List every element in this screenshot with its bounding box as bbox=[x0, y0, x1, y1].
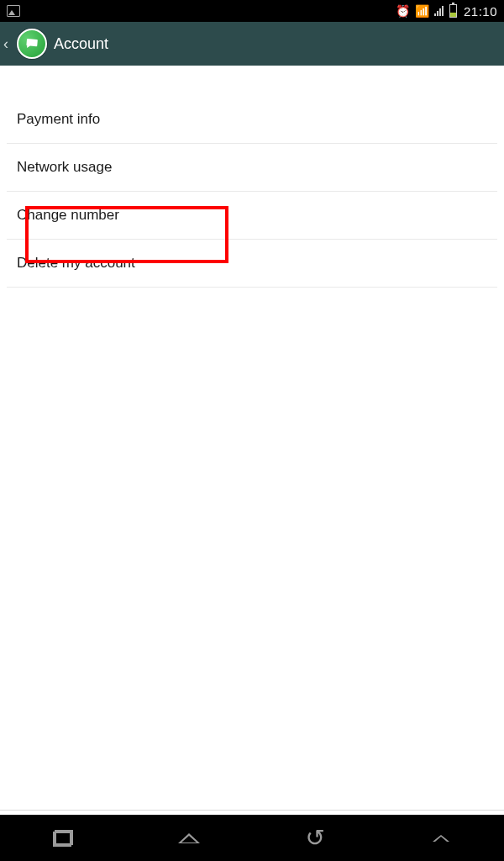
menu-caret-icon bbox=[433, 835, 449, 842]
menu-item-label: Change number bbox=[17, 207, 119, 223]
status-left bbox=[7, 5, 20, 17]
settings-list: Payment info Network usage Change number… bbox=[0, 96, 504, 288]
menu-item-label: Payment info bbox=[17, 111, 100, 127]
menu-item-label: Delete my account bbox=[17, 255, 135, 271]
page-title: Account bbox=[54, 35, 108, 53]
cell-signal-icon bbox=[434, 6, 444, 16]
menu-item-payment-info[interactable]: Payment info bbox=[7, 96, 497, 144]
menu-item-change-number[interactable]: Change number bbox=[7, 192, 497, 240]
menu-item-network-usage[interactable]: Network usage bbox=[7, 144, 497, 192]
back-arrow-icon: ↻ bbox=[306, 827, 325, 850]
status-right: ⏰ 📶 21:10 bbox=[396, 4, 497, 18]
back-button[interactable]: ↻ bbox=[290, 821, 340, 855]
home-icon bbox=[178, 833, 200, 843]
menu-button[interactable] bbox=[416, 821, 466, 855]
battery-icon bbox=[449, 4, 457, 18]
recent-apps-button[interactable] bbox=[38, 821, 88, 855]
clock: 21:10 bbox=[464, 4, 497, 18]
status-bar: ⏰ 📶 21:10 bbox=[0, 0, 504, 22]
wifi-icon: 📶 bbox=[415, 4, 429, 18]
menu-item-delete-my-account[interactable]: Delete my account bbox=[7, 240, 497, 288]
home-button[interactable] bbox=[164, 821, 214, 855]
navigation-bar: ↻ bbox=[0, 815, 504, 861]
back-chevron-icon[interactable]: ‹ bbox=[2, 35, 10, 53]
alarm-icon: ⏰ bbox=[396, 4, 410, 18]
whatsapp-logo-icon[interactable] bbox=[17, 29, 47, 59]
app-bar: ‹ Account bbox=[0, 22, 504, 66]
menu-item-label: Network usage bbox=[17, 159, 112, 175]
recent-apps-icon bbox=[53, 830, 73, 847]
screenshot-notification-icon bbox=[7, 5, 20, 17]
